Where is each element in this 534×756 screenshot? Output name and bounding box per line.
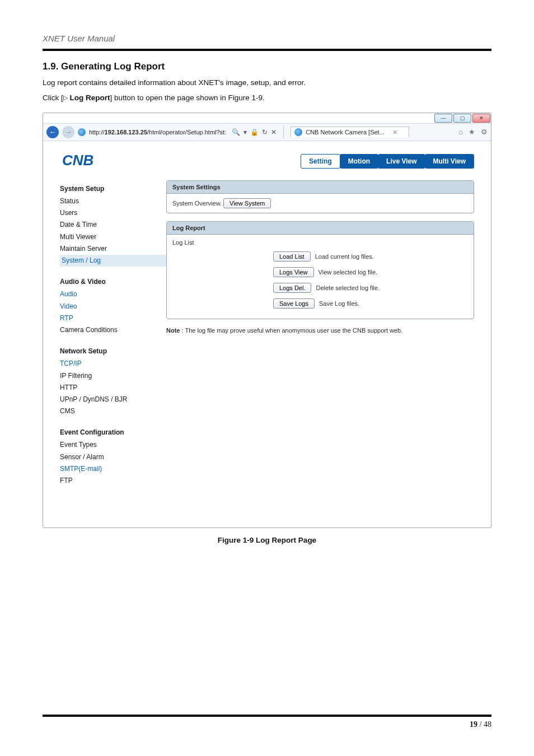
- sidebar-title-event: Event Configuration: [60, 427, 166, 438]
- favorites-icon[interactable]: ★: [469, 128, 475, 136]
- log-list-label: Log List: [172, 239, 468, 246]
- load-list-desc: Load current log files.: [315, 253, 374, 260]
- system-settings-panel: System Settings System Overview. View Sy…: [166, 180, 474, 213]
- page-footer: 19 / 48: [43, 710, 491, 729]
- tab-close-icon[interactable]: ✕: [392, 129, 397, 136]
- nav-forward-button[interactable]: →: [62, 126, 74, 138]
- doc-header-title: XNET User Manual: [43, 34, 491, 43]
- url-path: /html/operator/Setup.html?st:: [147, 129, 226, 136]
- address-url[interactable]: http://192.168.123.25/html/operator/Setu…: [89, 129, 226, 136]
- browser-tab[interactable]: CNB Network Camera [Set... ✕: [291, 127, 409, 137]
- sidebar-item-rtp[interactable]: RTP: [60, 312, 166, 324]
- nav-multiview-button[interactable]: Multi View: [425, 154, 474, 169]
- log-row-savelogs: Save Logs Save Log files.: [273, 298, 468, 309]
- sidebar: System Setup Status Users Date & Time Mu…: [60, 180, 166, 511]
- tab-favicon: [294, 128, 302, 136]
- window-controls: — ▢ ✕: [43, 113, 491, 123]
- refresh-icon[interactable]: ↻: [262, 128, 268, 136]
- sidebar-item-cms[interactable]: CMS: [60, 405, 166, 417]
- sidebar-item-upnp[interactable]: UPnP / DynDNS / BJR: [60, 394, 166, 405]
- sidebar-item-multiviewer[interactable]: Multi Viewer: [60, 231, 166, 243]
- sidebar-item-camera[interactable]: Camera Conditions: [60, 324, 166, 336]
- sidebar-item-tcpip[interactable]: TCP/IP: [60, 358, 166, 370]
- logo-text: CNB: [62, 152, 93, 169]
- url-prefix: http://: [89, 129, 105, 136]
- sidebar-group-av: Audio & Video Audio Video RTP Camera Con…: [60, 277, 166, 336]
- log-row-logsdel: Logs Del. Delete selected log file.: [273, 283, 468, 293]
- nav-setting-button[interactable]: Setting: [301, 154, 340, 169]
- note-body: : The log file may prove useful when ano…: [180, 327, 402, 334]
- save-logs-desc: Save Log files.: [319, 300, 359, 307]
- system-settings-title: System Settings: [167, 181, 474, 194]
- tab-title: CNB Network Camera [Set...: [306, 129, 385, 136]
- sidebar-item-system-log[interactable]: System / Log: [60, 255, 166, 267]
- window-close-button[interactable]: ✕: [472, 114, 490, 123]
- play-icon: ▷: [63, 92, 68, 103]
- sidebar-title-av: Audio & Video: [60, 277, 166, 287]
- sidebar-item-eventtypes[interactable]: Event Types: [60, 439, 166, 451]
- log-row-logsview: Logs View View selected log file.: [273, 267, 468, 277]
- sidebar-item-status[interactable]: Status: [60, 195, 166, 207]
- log-report-title: Log Report: [167, 222, 474, 235]
- view-system-button[interactable]: View System: [223, 198, 271, 208]
- sidebar-item-video[interactable]: Video: [60, 301, 166, 312]
- intro-paragraph-1: Log report contains detailed information…: [43, 77, 491, 90]
- lock-icon: 🔒: [250, 128, 259, 136]
- sidebar-item-users[interactable]: Users: [60, 207, 166, 219]
- window-maximize-button[interactable]: ▢: [453, 114, 471, 123]
- address-bar-row: ← → http://192.168.123.25/html/operator/…: [43, 123, 491, 141]
- section-heading: 1.9. Generating Log Report: [43, 61, 491, 72]
- logs-del-button[interactable]: Logs Del.: [273, 283, 311, 293]
- sidebar-item-datetime[interactable]: Date & Time: [60, 219, 166, 231]
- sidebar-item-ipfiltering[interactable]: IP Filtering: [60, 370, 166, 382]
- page-number: 19 / 48: [43, 720, 491, 729]
- sidebar-item-http[interactable]: HTTP: [60, 382, 166, 394]
- address-icons: 🔍 ▾ 🔒 ↻ ✕: [232, 128, 277, 136]
- nav-liveview-button[interactable]: Live View: [378, 154, 425, 169]
- sidebar-item-maintain-server[interactable]: Maintain Server: [60, 243, 166, 255]
- url-host: 192.168.123.25: [105, 129, 147, 136]
- page-content: CNB Setting Motion Live View Multi View …: [43, 141, 491, 528]
- intro-paragraph-2: Click [▷ Log Report] button to open the …: [43, 92, 491, 105]
- sidebar-item-audio[interactable]: Audio: [60, 288, 166, 300]
- cnb-logo: CNB: [62, 151, 129, 171]
- search-icon[interactable]: 🔍: [232, 128, 240, 136]
- header-rule: [43, 49, 491, 51]
- main-panel-area: System Settings System Overview. View Sy…: [166, 180, 474, 511]
- ie-icon: [78, 128, 86, 136]
- sidebar-title-network: Network Setup: [60, 346, 166, 357]
- sidebar-group-network: Network Setup TCP/IP IP Filtering HTTP U…: [60, 346, 166, 417]
- system-overview-label: System Overview.: [172, 200, 222, 207]
- sidebar-group-system: System Setup Status Users Date & Time Mu…: [60, 184, 166, 267]
- sidebar-item-smtp[interactable]: SMTP(E-mail): [60, 463, 166, 475]
- tools-icon[interactable]: ⚙: [481, 128, 488, 136]
- sidebar-item-sensor[interactable]: Sensor / Alarm: [60, 451, 166, 463]
- figure-caption: Figure 1-9 Log Report Page: [43, 536, 491, 544]
- footer-rule: [43, 715, 491, 717]
- page-current: 19: [470, 720, 477, 729]
- stop-icon[interactable]: ✕: [271, 128, 277, 136]
- sidebar-item-ftp[interactable]: FTP: [60, 475, 166, 487]
- dropdown-icon[interactable]: ▾: [243, 128, 247, 136]
- log-row-loadlist: Load List Load current log files.: [273, 251, 468, 262]
- home-icon[interactable]: ⌂: [458, 128, 463, 136]
- page-sep: /: [477, 720, 484, 729]
- load-list-button[interactable]: Load List: [273, 251, 311, 262]
- nav-motion-button[interactable]: Motion: [340, 154, 378, 169]
- browser-window: — ▢ ✕ ← → http://192.168.123.25/html/ope…: [43, 113, 491, 528]
- page-total: 48: [484, 720, 491, 729]
- top-nav: CNB Setting Motion Live View Multi View: [43, 146, 491, 177]
- para2-button-name: Log Report: [70, 94, 110, 102]
- sidebar-group-event: Event Configuration Event Types Sensor /…: [60, 427, 166, 487]
- logs-view-desc: View selected log file.: [318, 269, 378, 276]
- sidebar-title-system: System Setup: [60, 184, 166, 194]
- logs-del-desc: Delete selected log file.: [316, 284, 380, 291]
- para2-post: ] button to open the page shown in Figur…: [110, 94, 265, 102]
- log-report-panel: Log Report Log List Load List Load curre…: [166, 221, 474, 319]
- logs-view-button[interactable]: Logs View: [273, 267, 314, 277]
- note-label: Note: [166, 327, 180, 334]
- browser-right-tools: ⌂ ★ ⚙: [458, 128, 488, 136]
- save-logs-button[interactable]: Save Logs: [273, 298, 315, 309]
- nav-back-button[interactable]: ←: [46, 126, 59, 138]
- window-minimize-button[interactable]: —: [434, 114, 452, 123]
